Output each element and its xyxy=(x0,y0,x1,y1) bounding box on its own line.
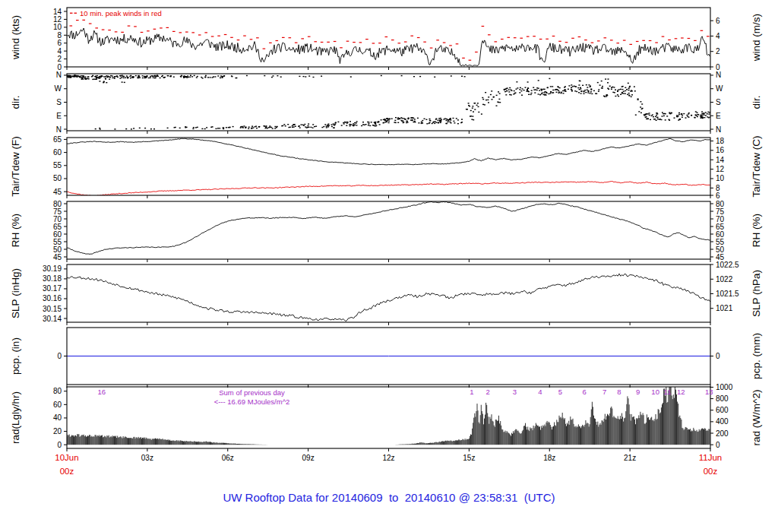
direction-dot xyxy=(599,84,601,85)
direction-dot xyxy=(549,78,550,79)
direction-dot xyxy=(704,115,705,116)
direction-dot xyxy=(620,94,621,95)
direction-dot xyxy=(381,119,382,120)
start-time-label: 00z xyxy=(60,467,74,476)
direction-dot xyxy=(676,116,678,117)
direction-dot xyxy=(568,85,570,86)
direction-dot xyxy=(414,122,416,122)
direction-dot xyxy=(440,122,441,123)
direction-dot xyxy=(476,105,478,106)
direction-dot xyxy=(132,76,134,77)
y-tick-label-left: 10 xyxy=(53,23,62,31)
direction-dot xyxy=(448,119,449,120)
direction-dot xyxy=(464,76,466,77)
direction-dot xyxy=(468,105,470,106)
peak-wind-dash xyxy=(191,32,194,33)
direction-dot xyxy=(185,77,186,78)
y-tick-label-left: N xyxy=(56,125,62,134)
direction-dot xyxy=(598,89,599,90)
direction-dot xyxy=(653,116,654,117)
direction-dot xyxy=(413,76,415,77)
y-tick-label-left: W xyxy=(55,84,62,93)
y-tick-label-right: W xyxy=(716,84,723,93)
direction-dot xyxy=(371,122,372,122)
direction-dot xyxy=(701,113,703,114)
peak-wind-dash xyxy=(417,37,420,38)
direction-dot xyxy=(642,108,644,109)
peak-wind-dash xyxy=(301,38,304,39)
meteogram-page: 024681012140246wind (kts)wind (m/s)10 mi… xyxy=(0,0,778,532)
direction-dot xyxy=(265,127,267,128)
direction-dot xyxy=(574,90,576,91)
direction-dot xyxy=(264,75,265,76)
direction-dot xyxy=(534,92,536,93)
direction-dot xyxy=(650,119,651,120)
peak-wind-dash xyxy=(230,37,233,38)
direction-dot xyxy=(646,116,647,117)
direction-dot xyxy=(210,77,211,78)
direction-dot xyxy=(299,127,301,128)
direction-dot xyxy=(341,125,343,125)
y-tick-label-left: 80 xyxy=(53,200,62,208)
direction-dot xyxy=(678,114,680,115)
y-tick-label-left: 0 xyxy=(57,63,62,71)
direction-dot xyxy=(653,119,655,119)
direction-dot xyxy=(444,118,446,119)
direction-dot xyxy=(450,119,451,120)
direction-dot xyxy=(579,81,580,81)
axis-label-right-pcp: pcp. (mm) xyxy=(751,333,762,379)
direction-dot xyxy=(123,78,125,78)
peak-wind-dash xyxy=(147,30,150,31)
direction-dot xyxy=(637,98,639,99)
direction-dot xyxy=(126,75,128,76)
direction-dot xyxy=(273,75,274,76)
direction-dot xyxy=(293,126,295,127)
peak-wind-dash xyxy=(263,49,266,49)
peak-wind-dash xyxy=(636,41,639,42)
y-tick-label-left: 4 xyxy=(57,47,62,55)
axis-label-left-wind: wind (kts) xyxy=(10,15,21,60)
direction-dot xyxy=(153,78,154,78)
x-axis-labels: 03z06z09z12z15z18z21z10Jun00z11Jun00z xyxy=(55,453,722,476)
direction-dot xyxy=(152,76,153,77)
direction-dot xyxy=(607,82,609,83)
direction-dot xyxy=(565,91,567,92)
direction-dot xyxy=(449,119,451,119)
peak-wind-dash xyxy=(514,37,517,38)
direction-dot xyxy=(472,106,473,106)
peak-wind-legend: 10 min. peak winds in red xyxy=(80,9,162,17)
peak-wind-dash xyxy=(475,52,478,52)
direction-dot xyxy=(173,77,175,78)
direction-dot xyxy=(212,126,213,127)
direction-dot xyxy=(367,122,368,122)
y-tick-label-right: 14 xyxy=(716,156,725,164)
y-tick-label-left: 30.19 xyxy=(43,264,62,273)
peak-wind-dash xyxy=(584,40,587,40)
direction-dot xyxy=(482,104,484,105)
direction-dot xyxy=(605,78,606,79)
direction-dot xyxy=(236,78,237,78)
direction-dot xyxy=(410,117,412,118)
y-tick-label-right: 75 xyxy=(716,207,725,216)
direction-dot xyxy=(527,90,529,91)
y-tick-label-right: 1022.5 xyxy=(716,261,739,269)
panel-dir: NWSENNWSENdir.dir. xyxy=(10,71,762,134)
y-tick-label-right: 16 xyxy=(716,146,725,154)
direction-dot xyxy=(93,79,95,80)
panel-rad: 02040608002004006008001000rad(Lgly/hr)ra… xyxy=(10,383,762,452)
direction-dot xyxy=(691,115,692,116)
peak-wind-dash xyxy=(314,41,317,42)
previous-day-sum-value: <--- 16.69 MJoules/m^2 xyxy=(214,397,290,406)
direction-dot xyxy=(659,119,660,120)
series-solar-radiation xyxy=(67,383,710,445)
direction-dot xyxy=(707,116,708,117)
direction-dot xyxy=(100,128,101,129)
axis-label-left-rh: RH (%) xyxy=(10,214,21,247)
direction-dot xyxy=(468,103,470,103)
direction-dot xyxy=(485,100,487,100)
direction-dot xyxy=(419,76,421,77)
direction-dot xyxy=(346,122,348,123)
direction-dot xyxy=(292,127,293,128)
direction-dot xyxy=(448,122,449,122)
direction-dot xyxy=(520,90,522,91)
